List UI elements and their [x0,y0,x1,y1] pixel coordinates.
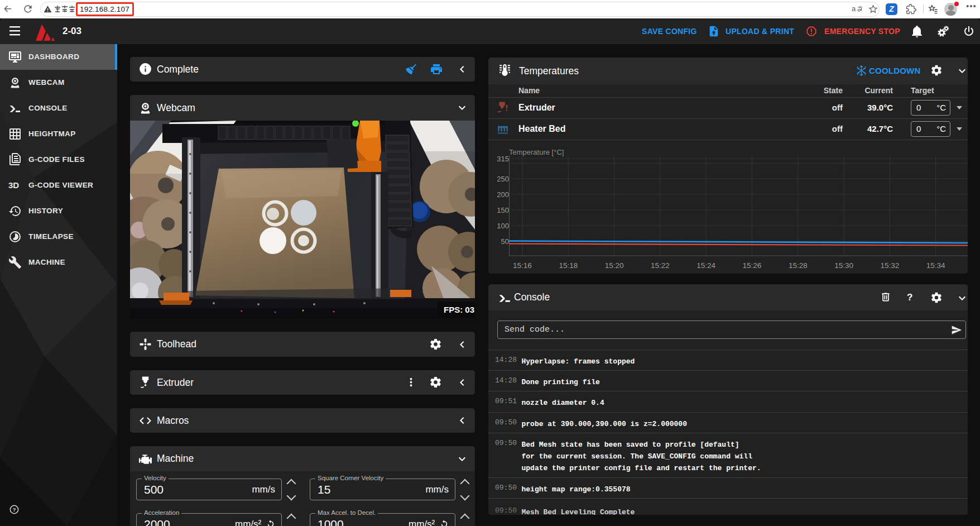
svg-text:15:26: 15:26 [743,261,762,270]
svg-text:50: 50 [501,237,509,246]
svg-text:15:32: 15:32 [881,261,900,270]
svg-text:200: 200 [497,190,509,199]
svg-text:150: 150 [497,206,509,214]
svg-text:250: 250 [497,175,509,183]
svg-text:15:30: 15:30 [834,261,853,270]
svg-text:15:18: 15:18 [559,261,578,270]
svg-text:Temperature [°C]: Temperature [°C] [509,148,564,156]
svg-text:15:16: 15:16 [513,261,532,270]
svg-text:15:22: 15:22 [651,261,670,270]
svg-text:FPS: 03: FPS: 03 [444,305,474,314]
svg-text:15:24: 15:24 [696,261,715,270]
svg-text:?: ? [12,506,16,513]
svg-text:315: 315 [497,155,509,163]
svg-text:15:34: 15:34 [926,261,945,270]
svg-text:100: 100 [497,222,509,230]
svg-text:15:20: 15:20 [605,261,624,270]
svg-text:15:28: 15:28 [789,261,808,270]
